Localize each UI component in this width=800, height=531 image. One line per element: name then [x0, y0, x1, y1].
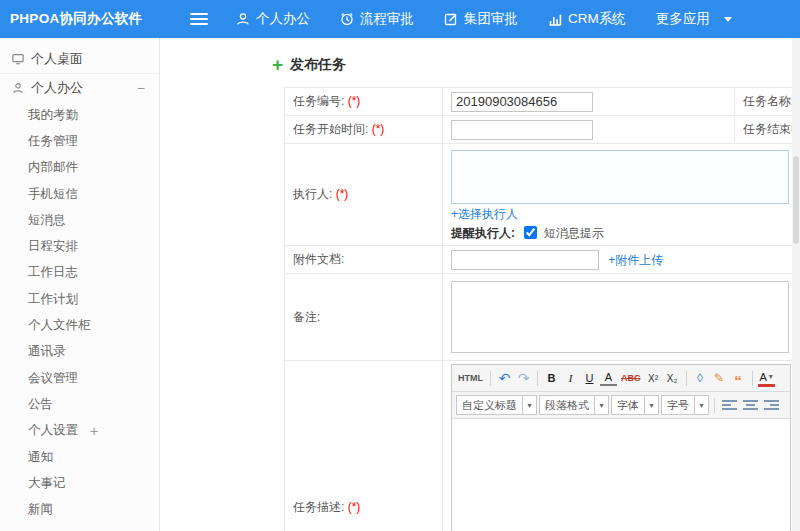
align-right-button[interactable]	[762, 396, 781, 414]
editor-strikethrough-button[interactable]: ABC	[619, 368, 643, 388]
align-center-button[interactable]	[741, 396, 760, 414]
sidebar-item-my-attendance[interactable]: 我的考勤	[0, 102, 159, 128]
sidebar-item-contacts[interactable]: 通讯录	[0, 339, 159, 365]
sidebar-item-short-message[interactable]: 短消息	[0, 207, 159, 233]
sms-notice-checkbox[interactable]	[524, 226, 537, 239]
crm-chart-icon	[548, 12, 562, 26]
sidebar-item-personal-office[interactable]: 个人办公 −	[0, 74, 159, 102]
remind-executor-label: 提醒执行人:	[451, 226, 515, 240]
nav-personal-office[interactable]: 个人办公	[236, 10, 310, 28]
expand-icon[interactable]: +	[90, 424, 98, 438]
description-label: 任务描述: (*)	[285, 361, 443, 531]
sidebar-item-label: 公告	[28, 396, 53, 413]
task-number-label: 任务编号: (*)	[285, 88, 443, 116]
nav-more-apps[interactable]: 更多应用	[656, 10, 732, 28]
rich-text-editor: HTML ↶ ↷ B I U A ABC X²	[451, 364, 791, 531]
sidebar: 个人桌面 个人办公 − 我的考勤 任务管理 内部邮件 手机短信 短消息 日程安排…	[0, 38, 160, 531]
editor-size-dropdown[interactable]: 字号 ▾	[661, 395, 709, 415]
sidebar-item-label: 个人设置	[28, 422, 78, 439]
editor-redo-button[interactable]: ↷	[515, 368, 532, 388]
nav-item-label: 更多应用	[656, 10, 710, 28]
editor-font-color-button[interactable]: A▾	[758, 370, 775, 387]
scrollbar-thumb[interactable]	[793, 156, 799, 244]
collapse-icon[interactable]: −	[137, 81, 145, 95]
sidebar-item-personal-desktop[interactable]: 个人桌面	[0, 44, 159, 74]
sidebar-item-label: 会议管理	[28, 370, 78, 387]
sidebar-item-label: 个人办公	[31, 79, 83, 97]
sidebar-item-personal-settings[interactable]: 个人设置 +	[0, 418, 159, 444]
sidebar-item-label: 工作计划	[28, 291, 78, 308]
sidebar-item-task-management[interactable]: 任务管理	[0, 128, 159, 154]
sms-notice-label: 短消息提示	[544, 226, 604, 240]
editor-undo-button[interactable]: ↶	[496, 368, 513, 388]
end-time-label: 任务结束时间: (*)	[735, 116, 800, 144]
sidebar-item-label: 通知	[28, 449, 53, 466]
editor-heading-dropdown[interactable]: 自定义标题 ▾	[456, 395, 537, 415]
required-mark: (*)	[336, 187, 349, 201]
app-logo: PHPOA协同办公软件	[0, 10, 160, 28]
sidebar-item-internal-mail[interactable]: 内部邮件	[0, 155, 159, 181]
sidebar-item-label: 内部邮件	[28, 159, 78, 176]
nav-item-label: 集团审批	[464, 10, 518, 28]
remark-label: 备注:	[285, 274, 443, 361]
table-row-task-time: 任务开始时间: (*) 任务结束时间: (*)	[285, 116, 800, 144]
sidebar-item-label: 手机短信	[28, 186, 78, 203]
caret-down-icon: ▾	[694, 396, 708, 414]
table-row-executor: 执行人: (*) +选择执行人 提醒执行人: 短消息提示	[285, 144, 800, 246]
sidebar-item-announcement[interactable]: 公告	[0, 391, 159, 417]
attachment-label: 附件文档:	[285, 246, 443, 274]
top-navigation: 个人办公 流程审批 集团审批 CRM系统 更多应用	[236, 10, 732, 28]
required-mark: (*)	[348, 500, 361, 514]
editor-blockquote-button[interactable]: “	[730, 368, 747, 388]
editor-paragraph-dropdown[interactable]: 段落格式 ▾	[539, 395, 609, 415]
editor-font-dropdown[interactable]: 字体 ▾	[611, 395, 659, 415]
task-number-input[interactable]	[451, 92, 593, 112]
nav-item-label: CRM系统	[568, 10, 626, 28]
editor-source-button[interactable]: HTML	[456, 368, 485, 388]
start-time-label: 任务开始时间: (*)	[285, 116, 443, 144]
sidebar-item-major-events[interactable]: 大事记	[0, 470, 159, 496]
table-row-description: 任务描述: (*) HTML ↶ ↷ B I	[285, 361, 800, 531]
sidebar-item-work-plan[interactable]: 工作计划	[0, 286, 159, 312]
menu-toggle-icon[interactable]	[190, 10, 208, 28]
nav-process-approval[interactable]: 流程审批	[340, 10, 414, 28]
executor-label: 执行人: (*)	[285, 144, 443, 246]
nav-item-label: 流程审批	[360, 10, 414, 28]
sidebar-item-work-log[interactable]: 工作日志	[0, 260, 159, 286]
editor-superscript-button[interactable]: X²	[645, 368, 662, 388]
start-time-input[interactable]	[451, 120, 593, 140]
editor-format-brush-button[interactable]: ✎	[711, 368, 728, 388]
editor-content-area[interactable]	[452, 419, 790, 531]
vertical-scrollbar[interactable]	[792, 38, 800, 531]
sidebar-item-news[interactable]: 新闻	[0, 496, 159, 522]
remark-textarea[interactable]	[451, 281, 789, 353]
sidebar-item-schedule[interactable]: 日程安排	[0, 233, 159, 259]
editor-remove-format-button[interactable]: ◊	[692, 368, 709, 388]
editor-font-attr-button[interactable]: A	[600, 370, 617, 386]
separator	[490, 371, 491, 386]
choose-executor-link[interactable]: +选择执行人	[451, 207, 518, 221]
sidebar-item-meeting-management[interactable]: 会议管理	[0, 365, 159, 391]
table-row-task-number: 任务编号: (*) 任务名称: (*)	[285, 88, 800, 116]
top-header: PHPOA协同办公软件 个人办公 流程审批 集团审批	[0, 0, 800, 38]
sidebar-item-personal-file-cabinet[interactable]: 个人文件柜	[0, 312, 159, 338]
user-icon	[12, 82, 24, 94]
publish-task-form: 任务编号: (*) 任务名称: (*) 任务开始时间: (*)	[284, 87, 800, 531]
sidebar-item-mobile-sms[interactable]: 手机短信	[0, 181, 159, 207]
attachment-input[interactable]	[451, 250, 599, 270]
group-approval-icon	[444, 12, 458, 26]
attachment-upload-link[interactable]: +附件上传	[608, 253, 663, 267]
table-row-remark: 备注:	[285, 274, 800, 361]
nav-group-approval[interactable]: 集团审批	[444, 10, 518, 28]
separator	[686, 371, 687, 386]
executor-selection-box[interactable]	[451, 150, 789, 204]
editor-bold-button[interactable]: B	[543, 368, 560, 388]
align-left-button[interactable]	[720, 396, 739, 414]
sidebar-item-label: 新闻	[28, 501, 53, 518]
editor-underline-button[interactable]: U	[581, 368, 598, 388]
sidebar-item-notice[interactable]: 通知	[0, 444, 159, 470]
sidebar-item-label: 大事记	[28, 475, 66, 492]
editor-subscript-button[interactable]: X₂	[664, 368, 681, 388]
editor-italic-button[interactable]: I	[562, 368, 579, 388]
nav-crm-system[interactable]: CRM系统	[548, 10, 626, 28]
